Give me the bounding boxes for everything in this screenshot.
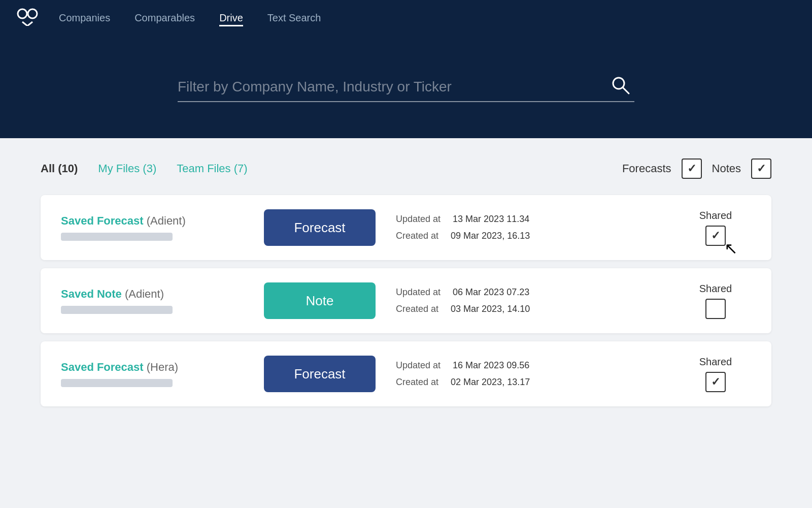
forecasts-checkbox[interactable] (682, 158, 702, 179)
shared-checkbox-1[interactable] (705, 226, 726, 246)
svg-line-5 (623, 87, 629, 93)
file-info-3: Saved Forecast (Hera) (61, 361, 244, 387)
file-title-1: Saved Forecast (Adient) (61, 214, 244, 228)
file-updated-label-2: Updated at (396, 287, 441, 298)
file-title-gray-2: (Adient) (125, 288, 164, 300)
shared-checkbox-3[interactable] (705, 372, 726, 392)
file-card-2: Saved Note (Adient) Note Updated at 06 M… (41, 268, 771, 333)
shared-check-wrapper-1: ↖ (705, 226, 726, 246)
app-logo (16, 8, 39, 29)
file-dates-1: Updated at 13 Mar 2023 11.34 Created at … (396, 214, 660, 241)
file-title-teal-2: Saved Note (61, 288, 122, 300)
file-created-value-2: 03 Mar 2023, 14.10 (451, 304, 530, 314)
file-created-label-1: Created at (396, 231, 438, 241)
shared-label-3: Shared (699, 356, 732, 368)
file-title-gray-3: (Hera) (147, 361, 178, 373)
file-updated-value-3: 16 Mar 2023 09.56 (453, 360, 529, 371)
navigation: Companies Comparables Drive Text Search (0, 0, 812, 37)
nav-comparables[interactable]: Comparables (134, 10, 195, 26)
forecasts-label: Forecasts (622, 162, 671, 175)
file-badge-forecast-1[interactable]: Forecast (264, 209, 376, 246)
file-list: Saved Forecast (Adient) Forecast Updated… (41, 195, 771, 406)
main-content: All (10) My Files (3) Team Files (7) For… (0, 138, 812, 427)
file-dates-2: Updated at 06 Mar 2023 07.23 Created at … (396, 287, 660, 314)
filter-tab-my-files[interactable]: My Files (3) (98, 162, 156, 175)
file-created-row-2: Created at 03 Mar 2023, 14.10 (396, 304, 660, 314)
file-subtitle-bar-1 (61, 233, 173, 241)
search-button[interactable] (606, 73, 634, 101)
notes-checkbox[interactable] (751, 158, 771, 179)
file-badge-forecast-3[interactable]: Forecast (264, 356, 376, 392)
file-title-2: Saved Note (Adient) (61, 288, 244, 301)
filter-checks: Forecasts Notes (622, 158, 771, 179)
svg-point-1 (28, 9, 37, 18)
file-updated-row-2: Updated at 06 Mar 2023 07.23 (396, 287, 660, 298)
file-shared-2: Shared (680, 283, 751, 319)
file-created-label-3: Created at (396, 377, 438, 388)
file-updated-label-3: Updated at (396, 360, 441, 371)
file-title-teal-1: Saved Forecast (61, 214, 144, 227)
cursor-icon-1: ↖ (724, 239, 738, 258)
file-created-value-3: 02 Mar 2023, 13.17 (451, 377, 530, 388)
nav-text-search[interactable]: Text Search (267, 10, 321, 26)
file-dates-3: Updated at 16 Mar 2023 09.56 Created at … (396, 360, 660, 388)
hero-section (0, 37, 812, 138)
shared-checkbox-2[interactable] (705, 299, 726, 319)
nav-drive[interactable]: Drive (219, 10, 243, 26)
file-created-row-3: Created at 02 Mar 2023, 13.17 (396, 377, 660, 388)
file-shared-3: Shared (680, 356, 751, 392)
file-info-2: Saved Note (Adient) (61, 288, 244, 314)
file-info-1: Saved Forecast (Adient) (61, 214, 244, 241)
file-updated-value-2: 06 Mar 2023 07.23 (453, 287, 529, 298)
file-created-label-2: Created at (396, 304, 438, 314)
search-input[interactable] (178, 73, 606, 101)
file-shared-1: Shared ↖ (680, 210, 751, 246)
file-card-3: Saved Forecast (Hera) Forecast Updated a… (41, 341, 771, 406)
file-subtitle-bar-2 (61, 306, 173, 314)
file-subtitle-bar-3 (61, 379, 173, 387)
filter-tab-all[interactable]: All (10) (41, 162, 78, 175)
file-title-teal-3: Saved Forecast (61, 361, 144, 373)
file-card-1: Saved Forecast (Adient) Forecast Updated… (41, 195, 771, 260)
search-container (178, 73, 634, 102)
file-updated-value-1: 13 Mar 2023 11.34 (453, 214, 529, 225)
file-badge-note-2[interactable]: Note (264, 282, 376, 319)
file-created-value-1: 09 Mar 2023, 16.13 (451, 231, 530, 241)
nav-items: Companies Comparables Drive Text Search (59, 10, 321, 26)
shared-label-1: Shared (699, 210, 732, 221)
file-created-row-1: Created at 09 Mar 2023, 16.13 (396, 231, 660, 241)
file-title-3: Saved Forecast (Hera) (61, 361, 244, 374)
svg-line-2 (22, 22, 27, 26)
nav-companies[interactable]: Companies (59, 10, 110, 26)
svg-point-0 (18, 9, 27, 18)
filter-bar: All (10) My Files (3) Team Files (7) For… (41, 158, 771, 179)
file-updated-label-1: Updated at (396, 214, 441, 225)
shared-label-2: Shared (699, 283, 732, 295)
filter-tab-team-files[interactable]: Team Files (7) (177, 162, 247, 175)
file-updated-row-1: Updated at 13 Mar 2023 11.34 (396, 214, 660, 225)
file-title-gray-1: (Adient) (147, 214, 186, 227)
notes-label: Notes (712, 162, 741, 175)
file-updated-row-3: Updated at 16 Mar 2023 09.56 (396, 360, 660, 371)
svg-line-3 (27, 22, 32, 26)
